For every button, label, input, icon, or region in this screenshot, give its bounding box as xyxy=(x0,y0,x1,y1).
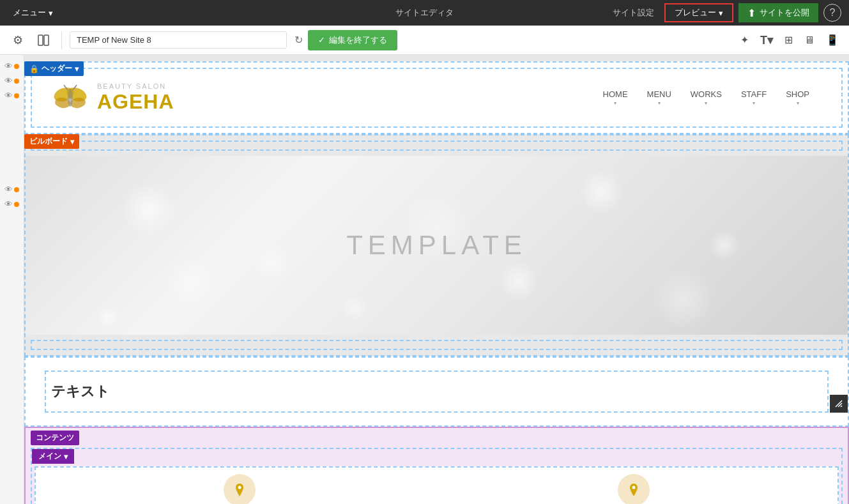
nav-shop[interactable]: SHOP ▾ xyxy=(786,89,809,106)
dot-3 xyxy=(14,93,19,98)
top-bar-right: サイト設定 プレビュー ▾ ⬆ サイトを公開 ? xyxy=(608,3,841,22)
refresh-icon[interactable]: ↻ xyxy=(294,34,303,46)
finish-label: 編集を終了する xyxy=(329,34,387,46)
content-tag-row: コンテンツ xyxy=(26,428,848,448)
sidebar-row-2: 👁 xyxy=(0,75,24,87)
grid-icon[interactable]: ⊞ xyxy=(782,31,795,49)
nav-menu-item[interactable]: MENU ▾ xyxy=(647,89,671,106)
header-section[interactable]: BEAUTY SALON AGEHA HOME ▾ MENU ▾ xyxy=(24,61,849,134)
content-icon-1 xyxy=(224,474,256,504)
toolbar: ⚙ ↻ ✓ 編集を終了する ✦ T▾ ⊞ 🖥 📱 xyxy=(0,26,849,55)
visibility-icon-3[interactable]: 👁 xyxy=(4,91,13,100)
logo-subtitle: BEAUTY SALON xyxy=(97,82,174,90)
menu-chevron-icon: ▾ xyxy=(49,8,53,18)
finish-editing-button[interactable]: ✓ 編集を終了する xyxy=(308,30,397,50)
header-section-wrapper: 🔒 ヘッダー ▾ xyxy=(24,61,849,134)
logo-main: AGEHA xyxy=(97,90,174,114)
preview-button[interactable]: プレビュー ▾ xyxy=(664,3,733,22)
nav-staff[interactable]: STAFF ▾ xyxy=(741,89,767,106)
logo-text-area: BEAUTY SALON AGEHA xyxy=(97,82,174,114)
main-label: メイン xyxy=(38,451,61,462)
left-sidebar: 👁 👁 👁 👁 👁 xyxy=(0,55,24,504)
text-format-icon[interactable]: T▾ xyxy=(758,31,776,50)
nav-menu-chevron: ▾ xyxy=(658,100,661,106)
site-settings-button[interactable]: サイト設定 xyxy=(608,4,659,21)
logo-area: BEAUTY SALON AGEHA xyxy=(51,79,174,117)
header-chevron-icon: ▾ xyxy=(75,65,79,73)
content-body xyxy=(34,466,839,504)
site-name-input[interactable] xyxy=(70,31,287,49)
nav-works[interactable]: WORKS ▾ xyxy=(691,89,722,106)
main-section: メイン ▾ xyxy=(31,448,843,504)
lock-icon: 🔒 xyxy=(29,65,39,73)
content-section: コンテンツ メイン ▾ xyxy=(24,427,849,504)
nav-home-chevron: ▾ xyxy=(614,100,616,106)
publish-label: サイトを公開 xyxy=(760,7,809,19)
upload-icon: ⬆ xyxy=(747,7,756,19)
header-label: ヘッダー xyxy=(42,63,72,74)
svg-point-13 xyxy=(632,486,636,489)
billboard-tag-container: ビルボード ▾ xyxy=(24,134,79,149)
svg-rect-0 xyxy=(38,35,43,45)
desktop-icon[interactable]: 🖥 xyxy=(802,32,817,49)
sidebar-row-3: 👁 xyxy=(0,89,24,102)
mobile-icon[interactable]: 📱 xyxy=(823,31,841,49)
editor-title: サイトエディタ xyxy=(395,7,454,19)
text-section[interactable]: テキスト xyxy=(24,356,849,427)
menu-button[interactable]: メニュー ▾ xyxy=(8,4,58,21)
resize-handle[interactable] xyxy=(830,395,848,413)
checkmark-icon: ✓ xyxy=(318,35,325,45)
billboard-chevron-icon: ▾ xyxy=(70,137,74,146)
nav-home[interactable]: HOME ▾ xyxy=(603,89,628,106)
main-chevron-icon: ▾ xyxy=(64,452,68,461)
header-tag[interactable]: 🔒 ヘッダー ▾ xyxy=(24,61,84,76)
billboard-label: ビルボード xyxy=(29,136,68,147)
preview-label: プレビュー xyxy=(675,7,716,19)
sidebar-row-1: 👁 xyxy=(0,60,24,72)
svg-point-12 xyxy=(238,486,241,489)
content-tag[interactable]: コンテンツ xyxy=(31,431,79,445)
billboard-text: TEMPLATE xyxy=(346,230,527,261)
nav-works-chevron: ▾ xyxy=(705,100,707,106)
content-area: 🔒 ヘッダー ▾ xyxy=(24,55,849,504)
settings-icon[interactable]: ⚙ xyxy=(8,30,28,50)
billboard-section-wrapper: ビルボード ▾ TEMPLATE xyxy=(24,134,849,356)
billboard-bottom-dashed xyxy=(31,340,843,350)
billboard-section[interactable]: TEMPLATE xyxy=(24,134,849,356)
svg-line-11 xyxy=(841,406,842,407)
text-section-title: テキスト xyxy=(51,383,110,399)
dot-5 xyxy=(14,202,19,207)
dot-4 xyxy=(14,187,19,192)
text-dashed-area: テキスト xyxy=(45,370,829,413)
sidebar-row-4: 👁 xyxy=(0,183,24,195)
dot-1 xyxy=(14,64,19,69)
butterfly-logo xyxy=(51,79,89,117)
help-button[interactable]: ? xyxy=(823,4,841,22)
billboard-image: TEMPLATE xyxy=(26,156,848,335)
panels-icon[interactable] xyxy=(33,30,54,50)
dot-2 xyxy=(14,79,19,84)
content-icon-2 xyxy=(618,474,650,504)
toolbar-right: ✦ T▾ ⊞ 🖥 📱 xyxy=(738,31,841,50)
main-tag[interactable]: メイン ▾ xyxy=(32,449,74,464)
header-tag-bar: 🔒 ヘッダー ▾ xyxy=(24,61,84,76)
visibility-icon-4[interactable]: 👁 xyxy=(4,185,13,194)
visibility-icon-1[interactable]: 👁 xyxy=(4,61,13,71)
nav-menu: HOME ▾ MENU ▾ WORKS ▾ STAFF xyxy=(603,89,809,106)
content-label: コンテンツ xyxy=(36,432,74,443)
visibility-icon-5[interactable]: 👁 xyxy=(4,199,13,209)
sidebar-row-5: 👁 xyxy=(0,198,24,210)
menu-label: メニュー xyxy=(13,7,46,19)
billboard-top-dashed xyxy=(31,141,843,151)
visibility-icon-2[interactable]: 👁 xyxy=(4,76,13,86)
publish-button[interactable]: ⬆ サイトを公開 xyxy=(738,3,818,22)
billboard-tag[interactable]: ビルボード ▾ xyxy=(24,134,79,149)
sparkle-icon[interactable]: ✦ xyxy=(738,31,751,49)
svg-point-6 xyxy=(68,89,73,107)
top-bar: メニュー ▾ サイトエディタ サイト設定 プレビュー ▾ ⬆ サイトを公開 ? xyxy=(0,0,849,26)
text-section-wrapper: テキスト xyxy=(24,356,849,427)
svg-rect-1 xyxy=(44,35,49,45)
nav-staff-chevron: ▾ xyxy=(753,100,755,106)
nav-shop-chevron: ▾ xyxy=(797,100,799,106)
editor-area: 👁 👁 👁 👁 👁 🔒 xyxy=(0,55,849,504)
